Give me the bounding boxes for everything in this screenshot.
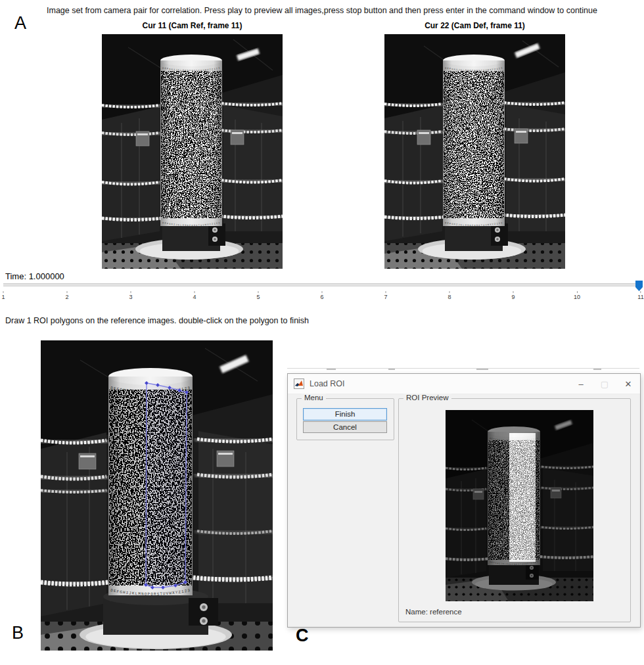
dialog-titlebar[interactable]: Load ROI – ▢ ✕ [288, 374, 640, 394]
slider-tick-3: 3 [129, 291, 132, 300]
menu-group-label: Menu [302, 394, 326, 401]
slider-tick-8: 8 [448, 291, 451, 300]
time-slider-track[interactable] [3, 283, 641, 287]
camera-def-image: DEFGHIJKLMNOPQRSTUVWXYZ123DEFGHIJKLMNOPQ… [384, 34, 565, 269]
camera-ref-image: DEFGHIJKLMNOPQRSTUVWXYZ123DEFGHIJKLMNOPQ… [102, 34, 283, 269]
camera-def-title: Cur 22 (Cam Def, frame 11) [384, 21, 565, 30]
slider-tick-1: 1 [1, 291, 5, 300]
slider-tick-2: 2 [65, 291, 68, 300]
roi-preview-group-label: ROI Preview [403, 394, 451, 401]
cancel-button[interactable]: Cancel [303, 421, 387, 433]
reference-roi-image[interactable]: DEFGHIJKLMNOPQRSTUVWXYZ123DEFGHIJKLMNOPQ… [41, 340, 273, 651]
slider-tick-10: 10 [574, 291, 580, 300]
load-roi-dialog: Load ROI – ▢ ✕ Menu Finish Cancel ROI Pr… [287, 373, 641, 628]
roi-name-label: Name: reference [405, 608, 462, 616]
minimize-icon[interactable]: – [569, 374, 593, 394]
slider-tick-9: 9 [511, 291, 515, 300]
camera-ref-title: Cur 11 (Cam Ref, frame 11) [102, 21, 283, 30]
slider-tick-labels: 1234567891011 [0, 291, 644, 302]
menu-group: Menu Finish Cancel [296, 398, 394, 440]
time-slider-thumb[interactable] [635, 281, 643, 291]
slider-tick-5: 5 [256, 291, 260, 300]
slider-tick-7: 7 [384, 291, 387, 300]
maximize-icon[interactable]: ▢ [593, 374, 616, 394]
panel-b-label: B [12, 623, 24, 643]
close-icon[interactable]: ✕ [616, 374, 640, 394]
matlab-icon [294, 378, 304, 389]
panel-c-label: C [296, 626, 309, 646]
panel-a-label: A [14, 13, 26, 34]
slider-tick-11: 11 [637, 291, 643, 300]
roi-instruction: Draw 1 ROI polygons on the reference ima… [5, 316, 309, 325]
background-window-edge [287, 368, 639, 371]
slider-tick-6: 6 [320, 291, 323, 300]
app-window: Image set from camera pair for correlati… [0, 0, 644, 665]
finish-button[interactable]: Finish [303, 408, 387, 421]
roi-preview-group: ROI Preview DEFGHIJKLMNOPQRSTUVWXYZ123DE… [398, 398, 631, 622]
header-instruction: Image set from camera pair for correlati… [0, 6, 644, 15]
slider-tick-4: 4 [193, 291, 196, 300]
dialog-title: Load ROI [310, 379, 345, 388]
roi-preview-image: DEFGHIJKLMNOPQRSTUVWXYZ123DEFGHIJKLMNOPQ… [446, 410, 593, 601]
time-label: Time: 1.000000 [5, 271, 64, 281]
